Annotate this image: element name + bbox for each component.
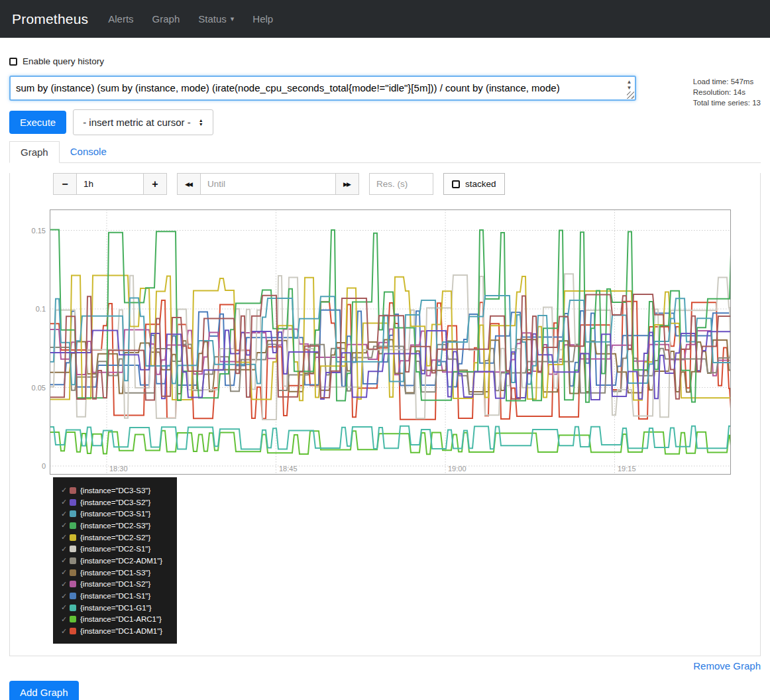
query-row: sum by (instance) (sum by (instance, mod… — [9, 76, 761, 101]
checkmark-icon: ✓ — [61, 510, 70, 518]
legend-item[interactable]: ✓{instance="DC2-ADM1"} — [61, 555, 177, 567]
execute-button[interactable]: Execute — [9, 111, 66, 134]
checkmark-icon: ✓ — [61, 486, 70, 495]
series-label: {instance="DC2-S3"} — [80, 522, 150, 530]
series-label: {instance="DC1-ADM1"} — [80, 627, 162, 635]
y-tick-label: 0 — [18, 462, 46, 470]
series-color-swatch — [70, 534, 76, 541]
remove-graph-row: Remove Graph — [9, 660, 761, 671]
tab-console[interactable]: Console — [60, 141, 117, 162]
legend-item[interactable]: ✓{instance="DC3-S1"} — [61, 508, 177, 520]
nav-item-status-dropdown[interactable]: Status ▾ — [198, 13, 234, 25]
stacked-toggle[interactable]: stacked — [443, 173, 505, 195]
decrease-range-button[interactable]: − — [53, 173, 77, 195]
legend: ✓{instance="DC3-S3"}✓{instance="DC3-S2"}… — [53, 477, 177, 644]
minus-icon: − — [62, 178, 68, 190]
remove-graph-link[interactable]: Remove Graph — [693, 660, 761, 671]
checkmark-icon: ✓ — [61, 545, 70, 554]
legend-item[interactable]: ✓{instance="DC2-S1"} — [61, 543, 177, 555]
stacked-checkbox — [452, 180, 460, 188]
legend-item[interactable]: ✓{instance="DC1-G1"} — [61, 602, 177, 614]
scroll-down-icon: ▼ — [627, 85, 632, 91]
resolution-input[interactable] — [369, 173, 433, 195]
y-tick-label: 0.15 — [18, 227, 46, 235]
brand-title[interactable]: Prometheus — [12, 11, 88, 27]
checkmark-icon: ✓ — [61, 521, 70, 530]
series-color-swatch — [70, 628, 76, 634]
checkmark-icon: ✓ — [61, 603, 70, 612]
checkmark-icon: ✓ — [61, 615, 70, 624]
series-label: {instance="DC2-S2"} — [80, 534, 150, 542]
query-history-checkbox[interactable] — [9, 58, 17, 66]
legend-item[interactable]: ✓{instance="DC3-S3"} — [61, 485, 177, 496]
checkmark-icon: ✓ — [61, 627, 70, 636]
main-content: Enable query history sum by (instance) (… — [9, 56, 761, 700]
series-label: {instance="DC3-S3"} — [80, 487, 150, 495]
tab-graph[interactable]: Graph — [9, 141, 60, 163]
forward-icon: ▶▶ — [343, 181, 351, 188]
legend-item[interactable]: ✓{instance="DC1-S1"} — [61, 590, 177, 602]
range-control-group: − + — [53, 173, 167, 195]
shift-back-button[interactable]: ◀◀ — [177, 173, 201, 195]
series-label: {instance="DC1-ARC1"} — [80, 615, 162, 623]
checkmark-icon: ✓ — [61, 580, 70, 589]
series-label: {instance="DC1-S1"} — [80, 592, 150, 600]
series-label: {instance="DC1-G1"} — [80, 604, 152, 612]
query-stats: Load time: 547ms Resolution: 14s Total t… — [693, 76, 761, 108]
legend-item[interactable]: ✓{instance="DC1-ARC1"} — [61, 614, 177, 626]
plus-icon: + — [152, 178, 158, 190]
legend-item[interactable]: ✓{instance="DC2-S2"} — [61, 532, 177, 544]
series-color-swatch — [70, 569, 76, 576]
legend-item[interactable]: ✓{instance="DC1-S2"} — [61, 579, 177, 591]
execute-row: Execute - insert metric at cursor - ▲▼ — [9, 109, 761, 135]
series-color-swatch — [70, 605, 76, 611]
insert-metric-value: - insert metric at cursor - — [83, 117, 191, 128]
nav-item-help[interactable]: Help — [252, 13, 273, 25]
graph-panel: − + ◀◀ ▶▶ stacked — [9, 173, 761, 656]
add-graph-row: Add Graph — [9, 681, 761, 700]
series-color-swatch — [70, 593, 76, 599]
until-input[interactable] — [200, 173, 336, 195]
total-time-series: Total time series: 13 — [693, 97, 761, 108]
series-color-swatch — [70, 581, 76, 587]
plot-area[interactable] — [50, 209, 731, 475]
legend-item[interactable]: ✓{instance="DC3-S2"} — [61, 496, 177, 508]
time-control-group: ◀◀ ▶▶ — [177, 173, 359, 195]
series-color-swatch — [70, 522, 76, 529]
cpu-usage-chart[interactable]: 00.050.10.15 18:3018:4519:0019:15 — [50, 209, 731, 475]
shift-forward-button[interactable]: ▶▶ — [335, 173, 359, 195]
series-color-swatch — [70, 510, 76, 517]
legend-item[interactable]: ✓{instance="DC1-ADM1"} — [61, 625, 177, 637]
rewind-icon: ◀◀ — [185, 181, 193, 188]
x-tick-label: 18:45 — [279, 465, 298, 473]
x-tick-label: 19:15 — [618, 465, 636, 473]
range-input[interactable] — [76, 173, 144, 195]
caret-down-icon: ▾ — [231, 15, 235, 23]
checkmark-icon: ✓ — [61, 498, 70, 506]
series-label: {instance="DC3-S1"} — [80, 510, 150, 518]
series-label: {instance="DC3-S2"} — [80, 498, 150, 506]
graph-controls: − + ◀◀ ▶▶ stacked — [53, 173, 760, 195]
add-graph-button[interactable]: Add Graph — [9, 681, 79, 700]
checkmark-icon: ✓ — [61, 533, 70, 542]
series-color-swatch — [70, 499, 76, 506]
resize-grip-icon[interactable] — [627, 91, 634, 99]
resolution: Resolution: 14s — [693, 87, 761, 97]
legend-item[interactable]: ✓{instance="DC1-S3"} — [61, 567, 177, 579]
stacked-label: stacked — [465, 179, 496, 189]
increase-range-button[interactable]: + — [143, 173, 167, 195]
y-tick-label: 0.05 — [18, 384, 46, 392]
checkmark-icon: ✓ — [61, 556, 70, 565]
query-input[interactable]: sum by (instance) (sum by (instance, mod… — [9, 76, 636, 101]
select-arrows-icon: ▲▼ — [199, 119, 203, 127]
nav-item-graph[interactable]: Graph — [152, 13, 180, 25]
checkmark-icon: ✓ — [61, 592, 70, 601]
checkmark-icon: ✓ — [61, 568, 70, 577]
insert-metric-select[interactable]: - insert metric at cursor - ▲▼ — [73, 109, 213, 135]
legend-item[interactable]: ✓{instance="DC2-S3"} — [61, 520, 177, 532]
query-expression: sum by (instance) (sum by (instance, mod… — [16, 82, 620, 93]
y-tick-label: 0.1 — [18, 305, 46, 313]
x-tick-label: 18:30 — [109, 465, 128, 473]
nav-item-alerts[interactable]: Alerts — [108, 13, 133, 25]
query-history-label: Enable query history — [23, 56, 104, 66]
